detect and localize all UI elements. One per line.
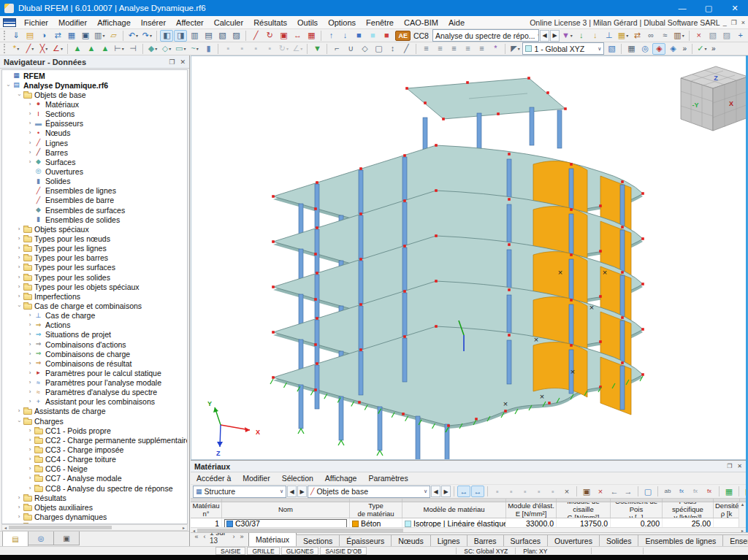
node-marker[interactable] xyxy=(403,154,406,157)
expand-chevron-icon[interactable]: › xyxy=(26,389,34,395)
mdi-close-button[interactable]: × xyxy=(741,19,745,26)
support-marker[interactable] xyxy=(298,429,304,434)
sync-settings-button[interactable]: ⇄ xyxy=(51,30,64,42)
tree-item[interactable]: ›Types pour les lignes xyxy=(2,244,187,253)
close-button[interactable]: ✕ xyxy=(722,0,748,16)
select-rel-button[interactable]: ↔ xyxy=(457,486,470,497)
insert-above-button[interactable]: ↑ xyxy=(324,30,337,42)
workplane-a-button[interactable]: ◈ xyxy=(652,43,665,55)
table-tab-ensembles-de-lignes[interactable]: Ensembles de lignes xyxy=(638,534,723,546)
table-menu-paramètres[interactable]: Paramètres xyxy=(362,474,413,483)
cell-material-type[interactable]: Béton xyxy=(350,518,402,527)
expand-chevron-icon[interactable]: › xyxy=(16,91,22,99)
node-marker[interactable] xyxy=(442,118,445,120)
column[interactable] xyxy=(359,306,363,350)
table-menu-accéder-à[interactable]: Accéder à xyxy=(191,474,237,483)
column-header[interactable]: Typede matériau xyxy=(350,502,402,518)
tree-item[interactable]: ›•Nœuds xyxy=(2,129,187,138)
tree-item[interactable]: ›╱Barres xyxy=(2,147,187,157)
toolbar-grip[interactable] xyxy=(4,44,7,53)
cell-specific-weight[interactable]: 25.00 xyxy=(663,518,714,527)
expand-chevron-icon[interactable]: › xyxy=(15,505,23,510)
tree-item[interactable]: ›Objets spéciaux xyxy=(2,224,187,234)
tree-item[interactable]: ›Objets auxiliaires xyxy=(2,502,187,512)
column-header[interactable]: Module d'élast.E [N/mm²] xyxy=(506,502,557,518)
node-marker[interactable] xyxy=(435,325,438,328)
node-marker[interactable] xyxy=(435,144,438,147)
expand-chevron-icon[interactable]: › xyxy=(5,82,11,89)
node-marker[interactable] xyxy=(314,298,317,301)
menu-outils[interactable]: Outils xyxy=(292,18,323,27)
toggle-script-button[interactable]: ▧ xyxy=(215,30,229,42)
node-marker[interactable] xyxy=(621,316,624,319)
measure-button[interactable]: ∠▾ xyxy=(291,43,304,55)
cell-poisson-ratio[interactable]: 0.200 xyxy=(611,518,663,527)
node-marker[interactable] xyxy=(314,207,317,210)
cell-name[interactable]: C30/37 xyxy=(222,518,350,527)
redo-button[interactable]: ↷▾ xyxy=(140,30,153,42)
toolbar-overflow-button[interactable]: » xyxy=(682,45,687,53)
toolbar-overflow-button[interactable]: » xyxy=(711,45,716,53)
column[interactable] xyxy=(402,202,407,246)
menu-cao-bim[interactable]: CAO-BIM xyxy=(399,18,443,27)
dim-member-button[interactable]: ⊢▾ xyxy=(112,43,126,55)
table-tab-matériaux[interactable]: Matériaux xyxy=(248,532,297,546)
column[interactable] xyxy=(359,261,363,304)
box-tool-button[interactable]: ▢ xyxy=(372,43,385,55)
column[interactable] xyxy=(315,184,319,228)
tree-item[interactable]: ◎Ouvertures xyxy=(2,166,187,176)
expand-chevron-icon[interactable]: › xyxy=(15,255,23,261)
history-button[interactable]: ◑ xyxy=(37,30,50,42)
column[interactable] xyxy=(620,230,625,274)
column-header[interactable]: Densitéρ [k xyxy=(714,502,740,518)
frame-button[interactable]: ⌐ xyxy=(330,43,343,55)
print-button[interactable]: ▥▾ xyxy=(93,30,106,42)
column[interactable] xyxy=(620,185,625,229)
table-menu-affichage[interactable]: Affichage xyxy=(319,474,363,483)
new-line-x-button[interactable]: ╳▾ xyxy=(37,43,50,55)
tree-item[interactable]: ›⇒Combinaisons de résultat xyxy=(2,358,187,368)
tree-item[interactable]: ›Objets de base xyxy=(2,90,187,99)
node-marker[interactable] xyxy=(508,243,511,246)
expand-chevron-icon[interactable]: › xyxy=(15,264,23,270)
tree-item[interactable]: ›Types pour les solides xyxy=(2,272,187,282)
node-marker[interactable] xyxy=(599,340,602,343)
grid-settings-button[interactable]: ▦ xyxy=(625,43,638,55)
node-marker[interactable] xyxy=(641,373,644,376)
node-marker[interactable] xyxy=(504,410,507,413)
node-marker[interactable] xyxy=(316,272,318,275)
edit-polyline-button[interactable]: ╱ xyxy=(249,30,262,42)
new-nurbs-button[interactable]: ~▾ xyxy=(188,43,201,55)
level-load-button[interactable]: ⊥ xyxy=(603,30,616,42)
display-navigator-tab[interactable]: ◎ xyxy=(28,532,54,545)
workplane-b-button[interactable]: ◈ xyxy=(666,43,679,55)
tree-item[interactable]: ›⇒Situations de projet xyxy=(2,330,187,340)
node-marker[interactable] xyxy=(272,285,275,288)
expand-chevron-icon[interactable]: › xyxy=(15,236,23,242)
column-header[interactable]: Nom xyxy=(222,502,350,518)
node-marker[interactable] xyxy=(466,81,469,84)
table-gen-button[interactable]: ▦▾ xyxy=(617,30,630,42)
node-marker[interactable] xyxy=(570,208,573,211)
expand-chevron-icon[interactable]: › xyxy=(15,514,23,520)
surface-center-marker[interactable]: × xyxy=(570,367,575,376)
tbl-3-button[interactable]: ▪ xyxy=(519,486,532,497)
tree-item[interactable]: ›CC4 - Charge toiture xyxy=(2,455,187,464)
load-case-combobox[interactable]: 1 - Global XYZ∨ xyxy=(522,42,604,55)
expand-chevron-icon[interactable]: › xyxy=(15,245,23,251)
tree-item[interactable]: ▦RFEM xyxy=(2,71,187,80)
objets-de-base-combobox[interactable]: ╱Objets de base∨ xyxy=(308,486,430,498)
node-marker[interactable] xyxy=(316,226,318,229)
column-header[interactable]: Poids spécifiqueγ [kN/m³] xyxy=(663,502,714,518)
tree-item[interactable]: ›CC3 - Charge imposée xyxy=(2,445,187,454)
swatch-cyan-button[interactable]: ■ xyxy=(366,30,379,42)
column[interactable] xyxy=(315,229,319,273)
filter-x-button[interactable]: ▼▾ xyxy=(560,30,574,42)
column-header[interactable]: Matériaun° xyxy=(191,502,222,518)
edge-3-button[interactable]: ≡ xyxy=(447,43,460,55)
column[interactable] xyxy=(359,170,363,214)
column[interactable] xyxy=(359,215,363,259)
expand-chevron-icon[interactable]: › xyxy=(26,111,34,117)
snap-target-button[interactable]: ◎ xyxy=(638,43,652,55)
column[interactable] xyxy=(620,275,625,319)
